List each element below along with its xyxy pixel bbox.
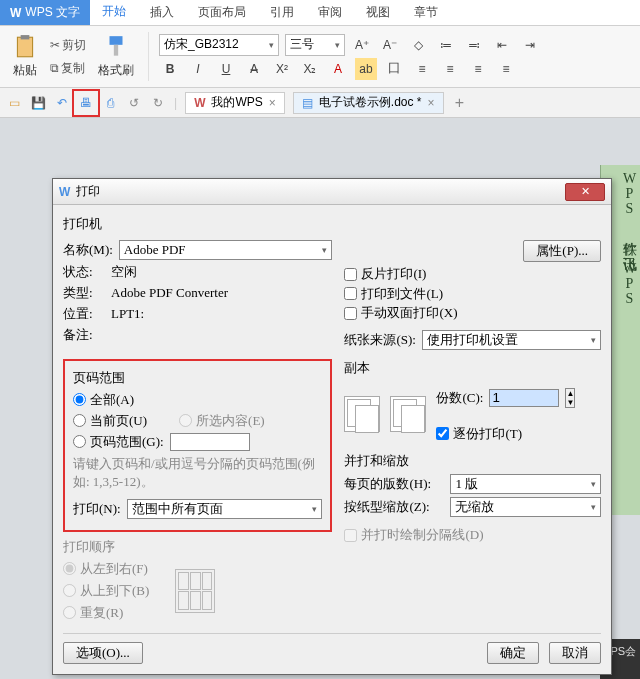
range-current-radio[interactable]: 当前页(U) [73,412,147,430]
cancel-button[interactable]: 取消 [549,642,601,664]
align-justify-button[interactable]: ≡ [495,58,517,80]
close-icon[interactable]: × [269,96,276,110]
grow-font-button[interactable]: A⁺ [351,34,373,56]
print-preview-icon[interactable]: ⎙ [102,95,118,111]
printer-section-title: 打印机 [63,215,601,233]
shrink-font-button[interactable]: A⁻ [379,34,401,56]
font-size-value: 三号 [290,36,314,53]
undo-icon[interactable]: ↶ [54,95,70,111]
order-ltr-radio: 从左到右(F) [63,560,149,578]
chevron-down-icon: ▾ [335,40,340,50]
range-all-radio[interactable]: 全部(A) [73,391,134,409]
subscript-button[interactable]: X₂ [299,58,321,80]
range-selection-label: 所选内容(E) [196,412,265,430]
collate-label: 逐份打印(T) [453,425,522,443]
range-pages-radio[interactable]: 页码范围(G): [73,433,164,451]
cut-label: 剪切 [62,37,86,54]
pages-per-sheet-select[interactable]: 1 版 ▾ [450,474,601,494]
dialog-close-button[interactable]: ✕ [565,183,605,201]
char-border-button[interactable]: 囗 [383,58,405,80]
print-what-select[interactable]: 范围中所有页面 ▾ [127,499,323,519]
pages-per-sheet-value: 1 版 [455,475,478,493]
pages-per-sheet-label: 每页的版数(H): [344,475,444,493]
chevron-down-icon: ▾ [312,504,317,514]
svg-rect-3 [114,45,118,56]
chevron-down-icon: ▾ [591,479,596,489]
scissors-icon: ✂ [50,38,60,52]
indent-dec-button[interactable]: ⇤ [491,34,513,56]
copy-label: 复制 [61,60,85,77]
copies-label: 份数(C): [436,389,483,407]
paste-button[interactable]: 粘贴 [8,32,42,81]
menu-tab-chapter[interactable]: 章节 [402,0,450,25]
tab-mywps[interactable]: W 我的WPS × [185,92,285,114]
align-left-button[interactable]: ≡ [411,58,433,80]
print-to-file-checkbox[interactable]: 打印到文件(L) [344,285,443,303]
strike-button[interactable]: A̶ [243,58,265,80]
font-color-button[interactable]: A [327,58,349,80]
range-pages-input[interactable] [170,433,250,451]
chevron-down-icon: ▾ [269,40,274,50]
order-repeat-radio: 重复(R) [63,604,149,622]
ok-button[interactable]: 确定 [487,642,539,664]
printer-properties-button[interactable]: 属性(P)... [523,240,601,262]
svg-rect-1 [21,35,30,39]
new-tab-button[interactable]: + [452,95,468,111]
spinner-icon[interactable]: ▲▼ [565,388,575,408]
quick-access-toolbar: ▭ 💾 ↶ 🖶 ⎙ ↺ ↻ | W 我的WPS × ▤ 电子试卷示例.doc *… [0,88,640,118]
collate-preview-icon [344,396,380,432]
menu-tab-pagelayout[interactable]: 页面布局 [186,0,258,25]
wps-logo-icon: W [59,185,70,199]
draw-lines-label: 并打时绘制分隔线(D) [361,526,483,544]
options-button[interactable]: 选项(O)... [63,642,143,664]
order-repeat-label: 重复(R) [80,604,123,622]
back-icon[interactable]: ↺ [126,95,142,111]
indent-inc-button[interactable]: ⇥ [519,34,541,56]
underline-button[interactable]: U [215,58,237,80]
paper-source-select[interactable]: 使用打印机设置 ▾ [422,330,601,350]
range-current-label: 当前页(U) [90,412,147,430]
highlight-button[interactable]: ab [355,58,377,80]
menu-tab-review[interactable]: 审阅 [306,0,354,25]
close-icon[interactable]: × [428,96,435,110]
copies-input[interactable] [489,389,559,407]
copy-button[interactable]: ⧉ 复制 [48,58,88,79]
font-name-select[interactable]: 仿宋_GB2312 ▾ [159,34,279,56]
scale-title: 并打和缩放 [344,452,601,470]
order-ttb-label: 从上到下(B) [80,582,149,600]
print-icon[interactable]: 🖶 [78,95,94,111]
save-icon[interactable]: 💾 [30,95,46,111]
scale-to-select[interactable]: 无缩放 ▾ [450,497,601,517]
printer-where-value: LPT1: [111,306,144,322]
reverse-print-label: 反片打印(I) [361,265,426,283]
printer-name-select[interactable]: Adobe PDF ▾ [119,240,333,260]
page-range-title: 页码范围 [73,369,322,387]
bold-button[interactable]: B [159,58,181,80]
reverse-print-checkbox[interactable]: 反片打印(I) [344,265,426,283]
menu-tab-view[interactable]: 视图 [354,0,402,25]
align-right-button[interactable]: ≡ [467,58,489,80]
cut-button[interactable]: ✂ 剪切 [48,35,88,56]
dialog-titlebar: W 打印 ✕ [53,179,611,205]
superscript-button[interactable]: X² [271,58,293,80]
print-what-label: 打印(N): [73,500,121,518]
bullets-button[interactable]: ≔ [435,34,457,56]
align-center-button[interactable]: ≡ [439,58,461,80]
numbering-button[interactable]: ≕ [463,34,485,56]
menu-tab-references[interactable]: 引用 [258,0,306,25]
manual-duplex-checkbox[interactable]: 手动双面打印(X) [344,304,457,322]
italic-button[interactable]: I [187,58,209,80]
printer-type-value: Adobe PDF Converter [111,285,228,301]
range-selection-radio: 所选内容(E) [179,412,265,430]
app-logo-letter: W [10,6,21,20]
format-painter-button[interactable]: 格式刷 [94,32,138,81]
clear-format-button[interactable]: ◇ [407,34,429,56]
open-icon[interactable]: ▭ [6,95,22,111]
menu-tab-start[interactable]: 开始 [90,0,138,25]
font-size-select[interactable]: 三号 ▾ [285,34,345,56]
font-name-value: 仿宋_GB2312 [164,36,239,53]
forward-icon[interactable]: ↻ [150,95,166,111]
collate-checkbox[interactable]: 逐份打印(T) [436,425,522,443]
tab-document[interactable]: ▤ 电子试卷示例.doc * × [293,92,444,114]
menu-tab-insert[interactable]: 插入 [138,0,186,25]
